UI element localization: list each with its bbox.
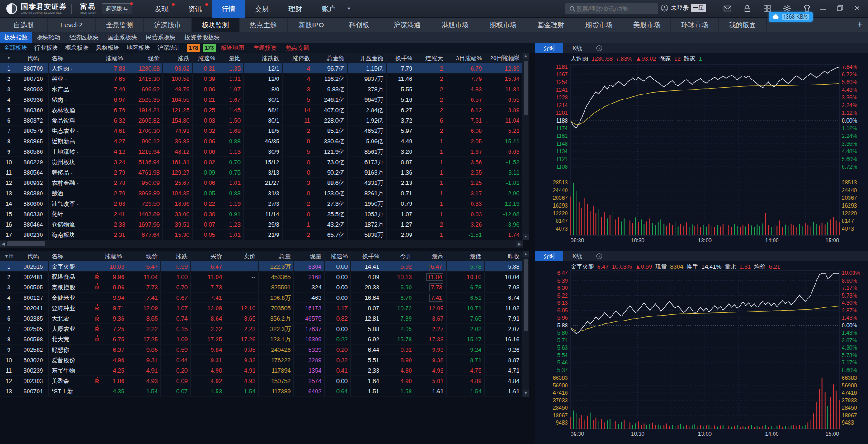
vertical-scrollbar[interactable]: ▲ ▼ [523, 53, 529, 240]
table-settings-gear-icon[interactable] [513, 54, 520, 61]
table-row-002385[interactable]: 6002385大北农R9.368.650.748.648.65356.2万465… [0, 313, 523, 324]
scroll-up-button[interactable]: ▲ [523, 251, 529, 257]
filter-item-行业板块[interactable]: 行业板块 [31, 44, 61, 52]
column-header-代码[interactable]: 代码 [18, 53, 49, 63]
table-row-880330[interactable]: 15880330化纤2.411403.8933.000.300.9111/140… [0, 209, 523, 219]
scroll-left-button[interactable]: ◀ [0, 241, 6, 247]
login-area[interactable]: 未登录 一星 [661, 4, 706, 12]
workspace-tab-科创板[interactable]: 科创板 [335, 18, 383, 32]
table-row-880709[interactable]: 1880709人造肉▪7.831280.6893.020.311.3512/14… [0, 63, 523, 74]
scroll-up-button[interactable]: ▲ [523, 53, 529, 59]
table-row-880360[interactable]: 5880360农林牧渔6.761914.21121.250.251.4568/1… [0, 105, 523, 115]
sector-category-tab-民营系板块[interactable]: 民营系板块 [142, 32, 179, 43]
login-status[interactable]: 未登录 [671, 4, 689, 12]
table-row-880372[interactable]: 6880372食品饮料6.322605.82154.800.031.5080/1… [0, 115, 523, 126]
column-header-昨收[interactable]: 昨收 [485, 251, 523, 261]
workspace-tab-Level-2[interactable]: Level-2 [48, 18, 96, 32]
table-row-880932[interactable]: 12880932农村金融▪2.78950.0925.670.061.0121/2… [0, 178, 523, 188]
table-row-002582[interactable]: 9002582好想你6.379.850.599.849.852404265329… [0, 345, 523, 355]
column-header-买价[interactable]: 买价 [191, 251, 225, 261]
quick-link-主题投资[interactable]: 主题投资 [249, 44, 281, 52]
minimize-button[interactable] [819, 5, 826, 12]
column-header-量比[interactable]: 量比 [218, 53, 244, 63]
table-row-002505[interactable]: 7002505大康农业R7.252.220.152.222.23322.3万17… [0, 324, 523, 334]
restore-button[interactable] [836, 5, 844, 12]
table-row-603020[interactable]: 10603020爱普股份4.969.310.449.319.3217622232… [0, 355, 523, 365]
table-row-002041[interactable]: 5002041登海种业R9.7112.091.0712.0912.1070350… [0, 303, 523, 313]
workspace-tab-热点主题[interactable]: 热点主题 [240, 18, 288, 32]
table-row-880865[interactable]: 8880865近期新高4.27900.1236.830.060.8846/359… [0, 136, 523, 146]
column-header-涨跌[interactable]: 涨跌 [161, 251, 191, 261]
scroll-right-button[interactable]: ▶ [516, 241, 523, 247]
table-row-002303[interactable]: 12002303美盈森R1.864.930.094.924.9315075225… [0, 376, 523, 386]
table-row-880230[interactable]: 17880230海南板块2.31677.6415.300.051.0121/92… [0, 230, 523, 240]
table-row-880600[interactable]: 14880600油气改革▪2.63729.5018.660.221.1927/3… [0, 198, 523, 209]
filter-item-沪深统计[interactable]: 沪深统计 [154, 44, 184, 52]
edition-switch-button[interactable]: 超强版 ⇆ [102, 3, 132, 14]
sector-category-tab-国企系板块[interactable]: 国企系板块 [104, 32, 141, 43]
scrollbar-thumb[interactable] [524, 259, 528, 331]
workspace-tab-新股IPO[interactable]: 新股IPO [288, 18, 335, 32]
intraday-chart-canvas[interactable]: 12817.84%12676.72%12545.60%12414.48%1228… [535, 43, 868, 250]
column-header-涨速%[interactable]: 涨速% [193, 53, 218, 63]
filter-item-概念板块[interactable]: 概念板块 [61, 44, 92, 52]
sector-category-tab-经济区板块[interactable]: 经济区板块 [65, 32, 103, 43]
table-row-880579[interactable]: 7880579生态农业▪4.611700.3074.930.321.6818/5… [0, 126, 523, 136]
table-row-880380[interactable]: 13880380酿酒2.703963.89104.35-0.050.8331/3… [0, 188, 523, 198]
column-header-名称[interactable]: 名称· [49, 251, 92, 261]
menu-item-资讯[interactable]: 资讯 [178, 0, 212, 18]
workspace-tab-沪深港通[interactable]: 沪深港通 [383, 18, 431, 32]
table-row-880936[interactable]: 4880936猪肉▪6.972525.35164.550.211.6730/15… [0, 94, 523, 105]
search-input[interactable] [576, 5, 654, 12]
column-header-涨幅%[interactable]: 涨幅%↓ [102, 251, 127, 261]
table-row-002515[interactable]: 1002515金字火腿10.036.470.596.47--122.3万8304… [0, 261, 523, 272]
quick-link-板块地图[interactable]: 板块地图 [216, 44, 249, 52]
chevron-down-icon[interactable]: ▼ [346, 6, 351, 11]
column-header-换手%[interactable]: 换手% [351, 251, 382, 261]
column-header-名称[interactable]: 名称· [49, 53, 102, 63]
scroll-down-button[interactable]: ▼ [523, 390, 529, 397]
column-header-现价[interactable]: 现价 [127, 251, 161, 261]
table-search-icon[interactable] [501, 54, 508, 61]
table-row-300239[interactable]: 11300239东宝生物4.254.910.204.904.9111789413… [0, 365, 523, 376]
workspace-tab-自选股[interactable]: 自选股 [0, 18, 48, 32]
table-row-000505[interactable]: 3000505京粮控股R9.967.730.707.73--8255913240… [0, 282, 523, 293]
menu-item-行情[interactable]: 行情 [212, 0, 245, 18]
column-header-卖价[interactable]: 卖价 [225, 251, 259, 261]
scrollbar-thumb[interactable] [524, 61, 528, 115]
menu-item-发现[interactable]: 发现 [145, 0, 178, 18]
vertical-scrollbar[interactable]: ▲ ▼ [523, 251, 529, 397]
table-row-880229[interactable]: 10880229贵州板块3.245136.94161.310.020.7015/… [0, 157, 523, 167]
menu-item-交易[interactable]: 交易 [245, 0, 278, 18]
column-header-现量[interactable]: 现量 [294, 251, 325, 261]
sector-category-tab-投资参股板块[interactable]: 投资参股板块 [180, 32, 224, 43]
account-level-badge[interactable]: 一星 [691, 4, 706, 12]
table-corner-selector[interactable]: ▼ [0, 53, 18, 63]
workspace-tab-期货市场[interactable]: 期货市场 [575, 18, 623, 32]
column-header-涨跌[interactable]: 涨跌 [163, 53, 193, 63]
horizontal-scrollbar[interactable]: ◀ ▶ [0, 240, 523, 248]
filter-item-风格板块[interactable]: 风格板块 [92, 44, 123, 52]
column-header-最低[interactable]: 最低 [447, 251, 485, 261]
scrollbar-thumb[interactable] [7, 241, 45, 246]
intraday-chart-canvas[interactable]: 6.4710.03%6.398.60%6.307.17%6.225.73%6.1… [535, 251, 868, 444]
filter-item-全部板块[interactable]: 全部板块 [0, 44, 31, 52]
table-row-880464[interactable]: 16880464仓储物流2.381697.9639.510.071.2329/8… [0, 219, 523, 230]
column-header-涨幅%[interactable]: 涨幅%↓ [102, 53, 128, 63]
menu-item-账户[interactable]: 账户 [312, 0, 345, 18]
column-header-代码[interactable]: 代码 [18, 251, 49, 261]
column-header-总金额[interactable]: 总金额 [313, 53, 348, 63]
column-header-今开[interactable]: 今开 [382, 251, 415, 261]
workspace-tab-全景监测[interactable]: 全景监测 [96, 18, 144, 32]
close-button[interactable] [854, 5, 861, 12]
lock-icon[interactable] [743, 5, 751, 13]
workspace-tab-期权市场[interactable]: 期权市场 [479, 18, 527, 32]
global-search[interactable] [565, 3, 658, 14]
workspace-tab-环球市场[interactable]: 环球市场 [671, 18, 719, 32]
table-row-880564[interactable]: 11880564奢侈品▪2.794761.98129.27-0.090.753/… [0, 167, 523, 178]
column-header-开盘金额[interactable]: 开盘金额 [348, 53, 387, 63]
mail-icon[interactable] [723, 5, 731, 13]
column-header-换手%[interactable]: 换手% [387, 53, 415, 63]
table-row-600598[interactable]: 8600598北大荒R6.7517.251.0917.2517.26123.1万… [0, 334, 523, 345]
sector-category-tab-板块指数[interactable]: 板块指数 [0, 32, 32, 43]
